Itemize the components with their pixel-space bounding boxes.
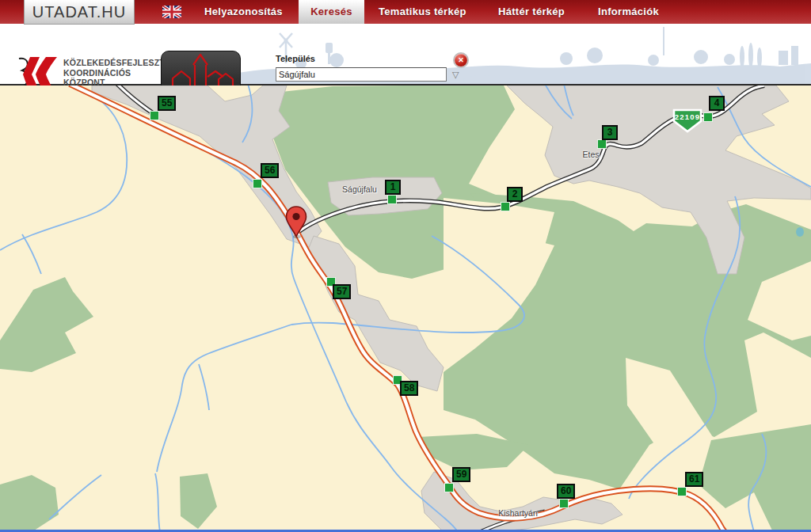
marker-57[interactable]: 57 bbox=[333, 284, 351, 299]
tab-informaciok[interactable]: Információk bbox=[598, 0, 659, 24]
marker-55[interactable]: 55 bbox=[158, 96, 176, 111]
marker-node-55 bbox=[150, 111, 159, 120]
marker-node-2 bbox=[501, 202, 510, 211]
marker-node-59 bbox=[444, 483, 454, 492]
marker-61[interactable]: 61 bbox=[685, 472, 703, 487]
tab-hatter-terkep[interactable]: Háttér térkép bbox=[498, 0, 565, 24]
marker-node-60 bbox=[559, 499, 569, 508]
clear-search-icon[interactable]: ✕ bbox=[455, 54, 467, 66]
map-pin bbox=[285, 206, 307, 239]
search-field-label: Település bbox=[276, 54, 315, 63]
tab-helyazonositas[interactable]: Helyazonosítás bbox=[204, 0, 283, 24]
marker-2[interactable]: 2 bbox=[507, 187, 523, 202]
map-viewport[interactable]: Ságújfalu Etes Kishartyán 55 56 57 58 59… bbox=[0, 86, 811, 532]
town-label-kishartyan: Kishartyán bbox=[485, 508, 551, 518]
dropdown-arrow-icon[interactable]: ▽ bbox=[452, 70, 459, 80]
marker-3[interactable]: 3 bbox=[602, 125, 618, 140]
brand-logo-box[interactable]: UTADAT.HU bbox=[24, 0, 135, 25]
marker-60[interactable]: 60 bbox=[557, 484, 575, 499]
tab-tematikus-terkep[interactable]: Tematikus térkép bbox=[379, 0, 466, 24]
settlement-search-input[interactable] bbox=[276, 67, 447, 82]
utadat-app: Helyazonosítás Keresés Tematikus térkép … bbox=[0, 0, 811, 532]
pond bbox=[796, 227, 804, 237]
marker-58[interactable]: 58 bbox=[400, 381, 418, 396]
tab-kereses[interactable]: Keresés bbox=[299, 0, 364, 24]
town-label-sagujfalu: Ságújfalu bbox=[331, 184, 388, 194]
marker-node-1 bbox=[387, 195, 397, 204]
marker-node-56 bbox=[253, 179, 262, 188]
marker-node-4 bbox=[703, 112, 713, 122]
marker-59[interactable]: 59 bbox=[452, 467, 470, 482]
header: KÖZLEKEDÉSFEJLESZTÉSI KOORDINÁCIÓS KÖZPO… bbox=[0, 24, 811, 86]
marker-1[interactable]: 1 bbox=[385, 180, 401, 195]
marker-node-61 bbox=[677, 487, 687, 496]
marker-node-3 bbox=[597, 139, 607, 149]
uk-flag-icon[interactable] bbox=[162, 6, 181, 18]
marker-4[interactable]: 4 bbox=[709, 96, 725, 111]
map-canvas bbox=[0, 86, 811, 532]
road-ref-shield[interactable]: 22109 bbox=[672, 108, 702, 133]
marker-56[interactable]: 56 bbox=[261, 163, 279, 178]
svg-text:22109: 22109 bbox=[675, 112, 700, 121]
town-label-etes: Etes bbox=[573, 150, 608, 159]
